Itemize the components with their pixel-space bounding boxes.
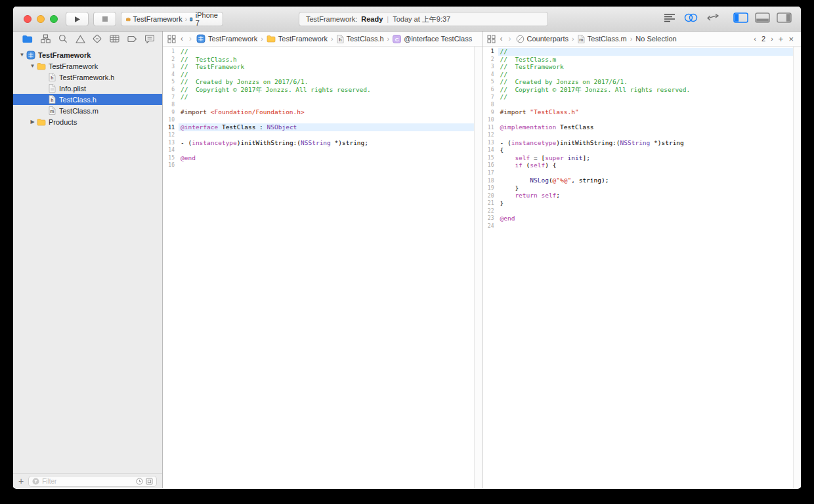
go-forward-icon[interactable]: › (507, 34, 513, 43)
code-line[interactable]: 18 NSLog(@"%@", string); (482, 177, 802, 184)
code-line[interactable]: 21} (482, 200, 802, 207)
code-line[interactable]: 7// (482, 93, 802, 101)
line-number: 7 (163, 94, 179, 100)
code-line[interactable]: 14{ (482, 146, 802, 154)
code-line[interactable]: 9#import "TestClass.h" (482, 108, 802, 116)
assistant-editor-icon[interactable] (684, 13, 698, 22)
disclosure-triangle-icon[interactable]: ▼ (18, 52, 26, 58)
zoom-window-icon[interactable] (50, 15, 58, 23)
code-line[interactable]: 13- (instancetype)initWithString:(NSStri… (163, 139, 482, 147)
code-line[interactable]: 19 } (482, 184, 802, 192)
code-line[interactable]: 1// (482, 48, 802, 56)
version-editor-icon[interactable] (706, 14, 719, 22)
code-line[interactable]: 11@implementation TestClass (482, 123, 802, 131)
project-navigator-tab[interactable] (22, 35, 33, 43)
breadcrumb-item[interactable]: Counterparts (516, 35, 569, 43)
code-line[interactable]: 8 (482, 101, 802, 109)
report-navigator-tab[interactable] (145, 35, 154, 43)
code-text: // Created by Jonzzs on 2017/6/1. (498, 78, 794, 86)
navigator-item-testframework[interactable]: ▼TestFramework (13, 60, 162, 72)
navigator-item-testframework-h[interactable]: hTestFramework.h (13, 72, 162, 83)
code-line[interactable]: 4// (482, 71, 802, 79)
toggle-debug-area-icon[interactable] (755, 12, 770, 23)
code-line[interactable]: 24 (482, 222, 802, 230)
issue-navigator-tab[interactable] (75, 35, 85, 43)
code-line[interactable]: 13- (instancetype)initWithString:(NSStri… (482, 139, 802, 147)
assistant-source-editor[interactable]: 1//2// TestClass.m3// TestFramework4//5/… (482, 47, 802, 488)
code-line[interactable]: 17 (482, 169, 802, 177)
code-line[interactable]: 6// Copyright © 2017年 Jonzzs. All rights… (163, 86, 482, 94)
navigator-item-testclass-h[interactable]: hTestClass.h (13, 94, 162, 105)
close-window-icon[interactable] (24, 15, 32, 23)
filter-input[interactable] (42, 478, 133, 485)
primary-source-editor[interactable]: 1//2// TestClass.h3// TestFramework4//5/… (163, 47, 482, 488)
code-line[interactable]: 5// Created by Jonzzs on 2017/6/1. (482, 78, 802, 86)
code-line[interactable]: 16 (163, 161, 482, 169)
code-line[interactable]: 6// Copyright © 2017年 Jonzzs. All rights… (482, 86, 802, 94)
code-line[interactable]: 23@end (482, 215, 802, 222)
code-line[interactable]: 8 (163, 101, 482, 109)
code-line[interactable]: 9#import <Foundation/Foundation.h> (163, 108, 482, 116)
add-assistant-editor-icon[interactable]: + (779, 34, 784, 44)
code-line[interactable]: 3// TestFramework (482, 63, 802, 71)
code-line[interactable]: 22 (482, 207, 802, 215)
test-navigator-tab[interactable] (93, 34, 102, 43)
recent-files-filter-icon[interactable] (136, 478, 143, 485)
breadcrumb-item[interactable]: TestFramework (267, 35, 328, 43)
code-text: #import "TestClass.h" (498, 108, 794, 116)
scheme-selector[interactable]: TestFramework › iPhone 7 (121, 12, 223, 26)
breadcrumb-item[interactable]: TestFramework (196, 34, 257, 43)
navigator-item-info-plist[interactable]: Info.plist (13, 83, 162, 94)
toggle-navigator-panel-icon[interactable] (733, 12, 748, 23)
close-assistant-editor-icon[interactable]: × (788, 34, 794, 44)
code-line[interactable]: 4// (163, 71, 482, 79)
code-line[interactable]: 10 (163, 116, 482, 124)
code-line[interactable]: 12 (163, 131, 482, 139)
next-counterpart-icon[interactable]: › (771, 35, 773, 43)
symbol-navigator-tab[interactable] (41, 34, 51, 43)
code-line[interactable]: 11@interface TestClass : NSObject (163, 123, 482, 131)
disclosure-triangle-icon[interactable]: ▼ (29, 63, 36, 69)
code-line[interactable]: 15@end (163, 154, 482, 162)
find-navigator-tab[interactable] (58, 34, 68, 43)
add-file-button[interactable]: + (18, 476, 24, 486)
navigator-item-testclass-m[interactable]: mTestClass.m (13, 105, 162, 116)
counterparts-icon (516, 35, 525, 43)
navigator-item-products[interactable]: ▶Products (13, 116, 162, 127)
vertical-scrollbar[interactable] (474, 47, 482, 488)
code-line[interactable]: 2// TestClass.m (482, 56, 802, 64)
go-forward-icon[interactable]: › (188, 34, 193, 43)
code-line[interactable]: 14 (163, 146, 482, 154)
filter-field[interactable] (28, 476, 157, 487)
related-items-icon[interactable] (487, 35, 496, 43)
code-line[interactable]: 16 if (self) { (482, 161, 802, 169)
code-line[interactable]: 12 (482, 131, 802, 139)
code-line[interactable]: 2// TestClass.h (163, 56, 482, 64)
code-line[interactable]: 7// (163, 93, 482, 101)
code-line[interactable]: 10 (482, 116, 802, 124)
code-line[interactable]: 15 self = [super init]; (482, 154, 802, 162)
code-line[interactable]: 3// TestFramework (163, 63, 482, 71)
stop-button[interactable] (93, 12, 116, 26)
vertical-scrollbar[interactable] (793, 47, 801, 488)
run-button[interactable] (66, 12, 89, 26)
breakpoint-navigator-tab[interactable] (127, 35, 137, 43)
debug-navigator-tab[interactable] (110, 35, 119, 43)
go-back-icon[interactable]: ‹ (499, 34, 504, 43)
toggle-utilities-panel-icon[interactable] (777, 12, 792, 23)
code-line[interactable]: 1// (163, 48, 482, 56)
code-line[interactable]: 5// Created by Jonzzs on 2017/6/1. (163, 78, 482, 86)
disclosure-triangle-icon[interactable]: ▶ (29, 119, 36, 125)
minimize-window-icon[interactable] (37, 15, 45, 23)
standard-editor-icon[interactable] (664, 13, 675, 22)
breadcrumb-item[interactable]: C@interface TestClass (393, 35, 472, 43)
code-line[interactable]: 20 return self; (482, 192, 802, 200)
source-control-status-filter-icon[interactable] (146, 478, 153, 485)
breadcrumb-item[interactable]: mTestClass.m (578, 35, 627, 43)
breadcrumb-item[interactable]: hTestClass.h (337, 35, 384, 43)
previous-counterpart-icon[interactable]: ‹ (754, 35, 756, 43)
go-back-icon[interactable]: ‹ (179, 34, 184, 43)
breadcrumb-item[interactable]: No Selection (635, 35, 676, 43)
navigator-item-testframework[interactable]: ▼TestFramework (13, 49, 162, 60)
related-items-icon[interactable] (167, 35, 176, 43)
